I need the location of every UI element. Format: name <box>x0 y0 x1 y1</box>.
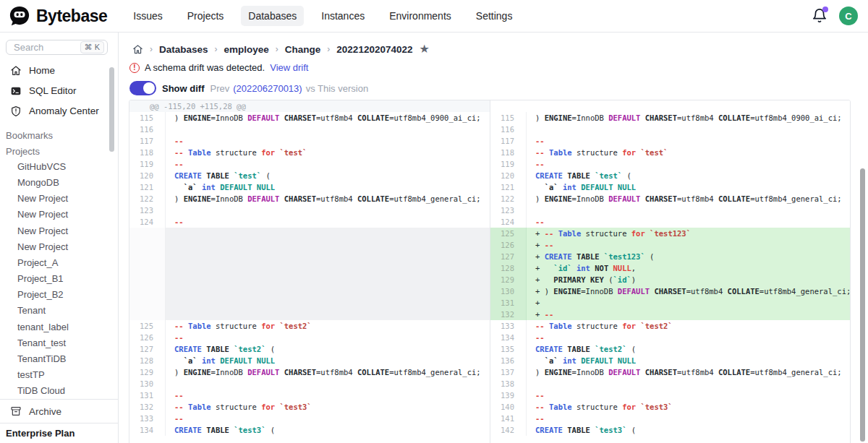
line-number: 117 <box>129 135 166 147</box>
breadcrumb-home-icon[interactable] <box>132 44 143 55</box>
line-number: 138 <box>490 378 527 390</box>
project-item[interactable]: Tenant <box>0 303 118 319</box>
code-line: + `id` int NOT NULL, <box>527 262 850 274</box>
diff-row: 137) ENGINE=InnoDB DEFAULT CHARSET=utf8m… <box>490 366 850 378</box>
top-navbar: Bytebase IssuesProjectsDatabasesInstance… <box>0 0 868 33</box>
diff-row-added: 129+ PRIMARY KEY (`id`) <box>490 274 850 285</box>
prev-version-link[interactable]: (202206270013) <box>233 83 302 94</box>
line-number: 124 <box>129 216 166 228</box>
diff-row: 124-- <box>490 216 850 228</box>
project-item[interactable]: New Project <box>0 223 118 238</box>
code-line: ) ENGINE=InnoDB DEFAULT CHARSET=utf8mb4 … <box>166 112 490 124</box>
code-line: -- <box>527 413 850 424</box>
code-line: ) ENGINE=InnoDB DEFAULT CHARSET=utf8mb4 … <box>527 193 850 205</box>
diff-toggle-bar: Show diff Prev (202206270013) vs This ve… <box>129 81 868 95</box>
code-line <box>166 124 490 135</box>
breadcrumb-item[interactable]: Change <box>285 44 321 55</box>
project-item[interactable]: Project_B2 <box>0 287 118 303</box>
nav-item-settings[interactable]: Settings <box>469 6 520 26</box>
project-item[interactable]: TiDB Cloud <box>0 383 118 399</box>
code-line: -- <box>527 135 850 147</box>
diff-row-added: 127+ CREATE TABLE `test123` ( <box>490 251 850 262</box>
line-number: 134 <box>129 424 166 436</box>
alert-icon: ! <box>129 63 140 73</box>
code-line: + -- Table structure for `test123` <box>527 228 850 239</box>
diff-row: 126-- <box>129 332 490 343</box>
breadcrumb-separator: › <box>327 44 330 54</box>
diff-row: 118-- Table structure for `test` <box>129 147 490 158</box>
section-label-projects: Projects <box>0 146 118 158</box>
archive-icon <box>10 405 22 417</box>
diff-row: 128 `a` int DEFAULT NULL <box>129 355 490 366</box>
project-item[interactable]: New Project <box>0 238 118 254</box>
sidebar-item-anomaly-center[interactable]: Anomaly Center <box>0 101 118 121</box>
diff-hunk-header-empty <box>490 100 850 112</box>
breadcrumb-star-icon[interactable]: ★ <box>419 43 429 55</box>
user-avatar[interactable]: C <box>839 7 858 25</box>
project-item[interactable]: MongoDB <box>0 174 118 190</box>
breadcrumb-item[interactable]: employee <box>224 44 269 55</box>
sidebar-item-archive[interactable]: Archive <box>0 400 118 423</box>
breadcrumb-item[interactable]: 20221202074022 <box>336 44 412 55</box>
diff-row: 129) ENGINE=InnoDB DEFAULT CHARSET=utf8m… <box>129 366 490 378</box>
line-number: 120 <box>129 170 166 181</box>
nav-item-issues[interactable]: Issues <box>126 6 169 26</box>
code-line: ) ENGINE=InnoDB DEFAULT CHARSET=utf8mb4 … <box>166 366 490 378</box>
sidebar-scrollbar[interactable] <box>109 67 114 152</box>
page-vertical-scrollbar[interactable] <box>860 168 865 442</box>
view-drift-link[interactable]: View drift <box>270 62 308 73</box>
nav-item-instances[interactable]: Instances <box>314 6 372 26</box>
code-line: CREATE TABLE `test3` ( <box>527 424 850 436</box>
diff-row: 138 <box>490 378 850 390</box>
diff-row: 136 `a` int DEFAULT NULL <box>490 355 850 366</box>
line-number: 130 <box>129 378 166 390</box>
line-number: 123 <box>490 205 527 216</box>
nav-item-environments[interactable]: Environments <box>382 6 459 26</box>
breadcrumb-item[interactable]: Databases <box>159 44 208 55</box>
code-line: CREATE TABLE `test` ( <box>527 170 850 181</box>
code-line: + ) ENGINE=InnoDB DEFAULT CHARSET=utf8mb… <box>527 285 850 297</box>
project-item[interactable]: GitHubVCS <box>0 158 118 174</box>
diff-row: 130 <box>129 378 490 390</box>
diff-row: 115) ENGINE=InnoDB DEFAULT CHARSET=utf8m… <box>490 112 850 124</box>
line-number: 129 <box>490 274 527 285</box>
terminal-icon <box>10 85 22 97</box>
diff-row: 121 `a` int DEFAULT NULL <box>129 181 490 193</box>
toggle-knob <box>143 82 155 94</box>
search-box[interactable]: ⌘ K <box>6 40 108 55</box>
project-item[interactable]: Project_A <box>0 254 118 270</box>
archive-label: Archive <box>29 406 61 417</box>
sidebar-item-sql-editor[interactable]: SQL Editor <box>0 81 118 101</box>
project-item[interactable]: TenantTiDB <box>0 350 118 366</box>
line-number: 120 <box>490 170 527 181</box>
nav-item-databases[interactable]: Databases <box>241 6 304 26</box>
project-item[interactable]: Tenant_test <box>0 335 118 350</box>
diff-panel: @@ -115,20 +115,28 @@ 115) ENGINE=InnoDB… <box>129 100 851 443</box>
project-item[interactable]: New Project <box>0 207 118 223</box>
line-number: 134 <box>490 332 527 343</box>
diff-row: 119-- <box>490 158 850 170</box>
line-number: 121 <box>490 181 527 193</box>
show-diff-toggle[interactable] <box>129 81 156 95</box>
code-line: + <box>527 297 850 309</box>
code-line: CREATE TABLE `test2` ( <box>527 343 850 355</box>
project-item[interactable]: Project_B1 <box>0 271 118 287</box>
section-label-bookmarks: Bookmarks <box>0 130 118 142</box>
diff-row: 115) ENGINE=InnoDB DEFAULT CHARSET=utf8m… <box>129 112 490 124</box>
code-line <box>527 124 850 135</box>
code-line: `a` int DEFAULT NULL <box>166 181 490 193</box>
sidebar-item-home[interactable]: Home <box>0 61 118 81</box>
search-input[interactable] <box>12 41 72 53</box>
project-item[interactable]: tenant_label <box>0 319 118 335</box>
diff-row: 117-- <box>490 135 850 147</box>
project-item[interactable]: New Project <box>0 191 118 207</box>
notification-bell[interactable] <box>812 8 827 24</box>
line-number: 123 <box>129 205 166 216</box>
code-line: `a` int DEFAULT NULL <box>527 181 850 193</box>
nav-item-projects[interactable]: Projects <box>180 6 231 26</box>
project-item[interactable]: testTP <box>0 367 118 383</box>
nav-links: IssuesProjectsDatabasesInstancesEnvironm… <box>126 6 519 26</box>
diff-row: 125-- Table structure for `test2` <box>129 320 490 332</box>
brand-logo[interactable]: Bytebase <box>9 5 107 27</box>
line-number: 137 <box>490 366 527 378</box>
